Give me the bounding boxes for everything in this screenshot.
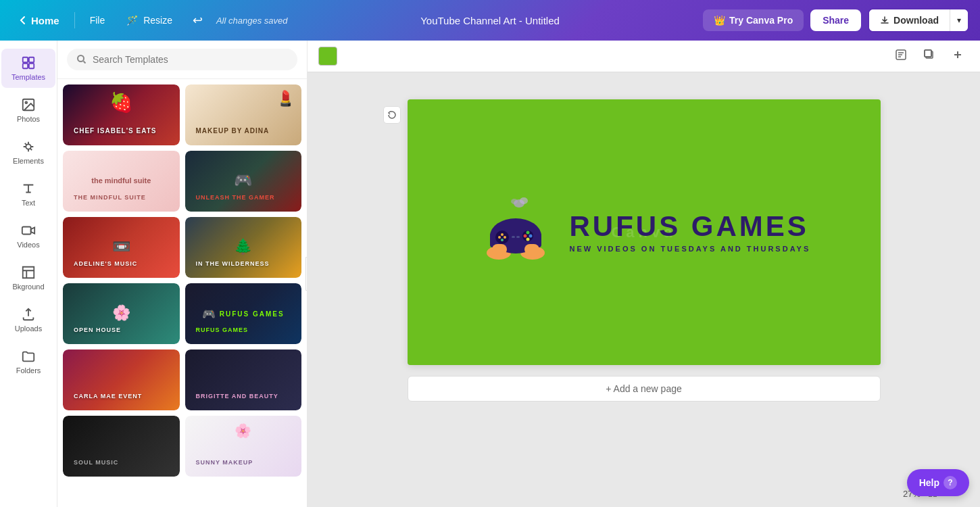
sidebar-item-text[interactable]: Text — [1, 174, 55, 214]
template-card-8[interactable]: Rufus Games 🎮 Rufus Games — [185, 283, 302, 344]
sidebar-item-videos[interactable]: Videos — [1, 216, 55, 256]
search-templates-input[interactable] — [93, 54, 288, 65]
template-card-11[interactable]: Soul Music — [63, 416, 180, 477]
help-button[interactable]: Help ? — [907, 469, 969, 496]
try-canva-pro-button[interactable]: 👑 Try Canva Pro — [703, 9, 804, 31]
svg-point-21 — [498, 236, 501, 239]
svg-point-23 — [501, 233, 504, 236]
separator — [74, 12, 75, 28]
canvas-area: Canva — [308, 41, 980, 507]
design-subtitle[interactable]: NEW VIDEOS ON TUESDAYS AND THURSDAYS — [570, 245, 811, 253]
template-card-3[interactable]: The Mindful Suite the mindful suite — [63, 151, 180, 212]
svg-point-22 — [504, 236, 506, 239]
design-title[interactable]: RUFUS GAMES — [570, 212, 811, 241]
text-icon — [21, 181, 36, 196]
template-card-6[interactable]: In The Wilderness 🌲 — [185, 217, 302, 278]
chevron-left-icon — [18, 15, 28, 26]
svg-rect-32 — [492, 244, 507, 255]
topbar: Home File 🪄 Resize ↩ All changes saved Y… — [0, 0, 980, 41]
svg-point-26 — [523, 234, 526, 237]
crown-icon: 🪄 — [126, 15, 138, 26]
photo-icon — [21, 97, 36, 112]
video-icon — [21, 223, 36, 238]
document-title: YouTube Channel Art - Untitled — [420, 15, 560, 26]
download-button[interactable]: Download — [869, 9, 950, 31]
search-icon — [76, 54, 87, 65]
svg-point-5 — [25, 101, 27, 103]
folder-icon — [21, 349, 36, 364]
templates-grid: Chef Isabel's Eats 🍓 Makeup By Adina 💄 T… — [57, 79, 307, 507]
save-status: All changes saved — [216, 16, 288, 26]
sidebar: Templates Photos Elements Text — [0, 41, 57, 507]
refresh-icon — [387, 110, 397, 120]
svg-point-15 — [511, 199, 518, 204]
upload-icon — [21, 307, 36, 322]
templates-panel: Chef Isabel's Eats 🍓 Makeup By Adina 💄 T… — [57, 41, 308, 507]
search-bar — [57, 41, 307, 79]
svg-point-27 — [529, 234, 532, 237]
file-button[interactable]: File — [83, 11, 112, 30]
svg-point-24 — [501, 239, 504, 241]
svg-rect-7 — [22, 227, 31, 235]
sidebar-item-templates[interactable]: Templates — [1, 49, 55, 88]
template-card-9[interactable]: Carla Mae Event — [63, 349, 180, 410]
template-card-12[interactable]: Sunny Makeup 🌸 — [185, 416, 302, 477]
duplicate-icon — [923, 49, 935, 61]
template-card-10[interactable]: Brigitte and Beauty — [185, 349, 302, 410]
template-card-5[interactable]: Adeline's Music 📼 — [63, 217, 180, 278]
notes-icon — [895, 49, 907, 61]
download-arrow-button[interactable]: ▾ — [950, 9, 968, 31]
template-card-2[interactable]: Makeup By Adina 💄 — [185, 84, 302, 145]
svg-point-6 — [26, 144, 30, 149]
canvas-design[interactable]: Canva — [408, 99, 881, 365]
refresh-button[interactable] — [383, 106, 401, 124]
canvas-left-actions — [383, 106, 401, 124]
svg-rect-0 — [23, 57, 28, 62]
design-content: RUFUS GAMES NEW VIDEOS ON TUESDAYS AND T… — [482, 195, 811, 270]
help-icon: ? — [944, 476, 957, 489]
svg-point-20 — [495, 231, 509, 244]
svg-rect-2 — [23, 64, 28, 68]
svg-rect-30 — [512, 236, 515, 238]
canvas-scroll-area[interactable]: Canva — [308, 72, 980, 507]
svg-point-8 — [78, 55, 84, 62]
home-button[interactable]: Home — [11, 11, 66, 30]
background-icon — [21, 265, 36, 280]
template-card-1[interactable]: Chef Isabel's Eats 🍓 — [63, 84, 180, 145]
main-layout: Templates Photos Elements Text — [0, 41, 980, 507]
download-icon — [880, 16, 889, 25]
duplicate-button[interactable] — [918, 46, 941, 66]
search-input-wrap — [67, 49, 297, 70]
background-color-swatch[interactable] — [318, 47, 337, 66]
sidebar-item-photos[interactable]: Photos — [1, 91, 55, 130]
elements-icon — [21, 139, 36, 154]
crown-icon: 👑 — [714, 15, 725, 26]
topbar-right-actions: 👑 Try Canva Pro Share Download ▾ — [703, 8, 969, 32]
canvas-toolbar — [308, 41, 980, 72]
canvas-page-wrapper: Canva — [408, 99, 881, 402]
plus-icon — [952, 49, 964, 61]
download-group: Download ▾ — [868, 8, 969, 32]
svg-rect-33 — [524, 244, 539, 255]
canvas-toolbar-right — [889, 46, 969, 66]
add-page-button[interactable]: + Add a new page — [408, 376, 881, 402]
template-card-4[interactable]: Unleash The Gamer 🎮 — [185, 151, 302, 212]
game-controller-illustration — [482, 195, 549, 270]
sidebar-item-background[interactable]: Bkground — [1, 258, 55, 297]
svg-rect-1 — [29, 57, 34, 62]
svg-point-28 — [526, 231, 529, 234]
share-button[interactable]: Share — [810, 9, 861, 31]
svg-rect-3 — [29, 64, 34, 68]
sidebar-item-elements[interactable]: Elements — [1, 132, 55, 172]
sidebar-item-folders[interactable]: Folders — [1, 342, 55, 381]
add-page-toolbar-button[interactable] — [946, 46, 969, 66]
template-card-7[interactable]: Open House 🌸 — [63, 283, 180, 344]
svg-point-14 — [520, 197, 528, 204]
svg-rect-11 — [925, 50, 931, 57]
sidebar-item-uploads[interactable]: Uploads — [1, 300, 55, 339]
grid-icon — [21, 55, 36, 70]
resize-button[interactable]: 🪄 Resize — [120, 11, 179, 30]
undo-button[interactable]: ↩ — [187, 9, 208, 32]
design-text-group: RUFUS GAMES NEW VIDEOS ON TUESDAYS AND T… — [570, 212, 811, 253]
notes-button[interactable] — [889, 46, 912, 66]
